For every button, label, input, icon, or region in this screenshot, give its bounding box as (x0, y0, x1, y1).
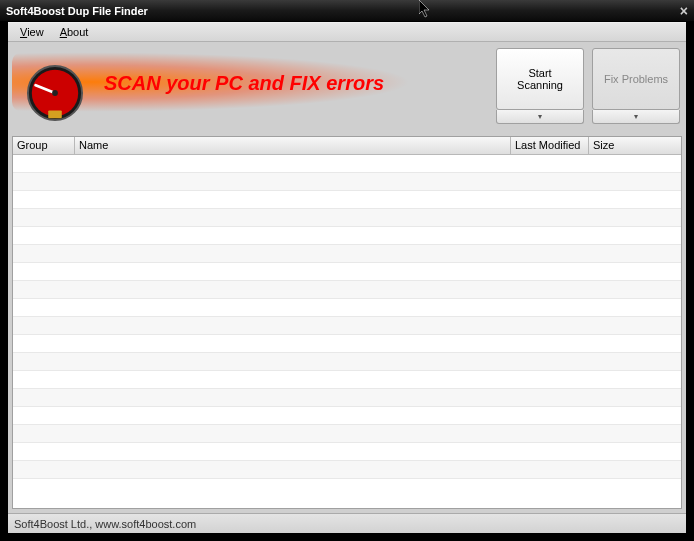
table-row[interactable] (13, 209, 681, 227)
fix-problems-dropdown[interactable]: ▾ (592, 110, 680, 124)
table-row[interactable] (13, 407, 681, 425)
table-row[interactable] (13, 425, 681, 443)
table-row[interactable] (13, 353, 681, 371)
table-row[interactable] (13, 155, 681, 173)
menu-view[interactable]: View (14, 24, 50, 40)
banner: SCAN your PC and FIX errors Start Scanni… (8, 42, 686, 132)
client-area: View About SCAN your PC and FIX errors S… (8, 22, 686, 533)
window-title: Soft4Boost Dup File Finder (6, 5, 148, 17)
column-header-size[interactable]: Size (589, 137, 681, 155)
table-row[interactable] (13, 263, 681, 281)
table-header: Group Name Last Modified Size (13, 137, 681, 155)
column-header-name[interactable]: Name (75, 137, 511, 155)
table-row[interactable] (13, 173, 681, 191)
svg-point-2 (52, 90, 58, 96)
table-row[interactable] (13, 299, 681, 317)
table-row[interactable] (13, 191, 681, 209)
table-row[interactable] (13, 317, 681, 335)
table-row[interactable] (13, 245, 681, 263)
table-row[interactable] (13, 371, 681, 389)
app-window: Soft4Boost Dup File Finder × View About … (0, 0, 694, 541)
table-row[interactable] (13, 227, 681, 245)
menubar: View About (8, 22, 686, 42)
column-header-modified[interactable]: Last Modified (511, 137, 589, 155)
table-row[interactable] (13, 443, 681, 461)
start-scanning-button[interactable]: Start Scanning (496, 48, 584, 110)
table-row[interactable] (13, 389, 681, 407)
close-icon[interactable]: × (680, 3, 688, 19)
table-row[interactable] (13, 281, 681, 299)
table-body[interactable] (13, 155, 681, 508)
titlebar[interactable]: Soft4Boost Dup File Finder × (0, 0, 694, 22)
svg-rect-3 (48, 110, 62, 118)
slogan-text: SCAN your PC and FIX errors (104, 72, 384, 95)
results-table: Group Name Last Modified Size (12, 136, 682, 509)
table-row[interactable] (13, 335, 681, 353)
column-header-group[interactable]: Group (13, 137, 75, 155)
start-scanning-dropdown[interactable]: ▾ (496, 110, 584, 124)
menu-about[interactable]: About (54, 24, 95, 40)
fix-problems-button[interactable]: Fix Problems (592, 48, 680, 110)
gauge-icon (26, 64, 84, 122)
status-text: Soft4Boost Ltd., www.soft4boost.com (14, 518, 196, 530)
table-row[interactable] (13, 461, 681, 479)
statusbar: Soft4Boost Ltd., www.soft4boost.com (8, 513, 686, 533)
action-buttons: Start Scanning ▾ Fix Problems ▾ (496, 48, 680, 124)
